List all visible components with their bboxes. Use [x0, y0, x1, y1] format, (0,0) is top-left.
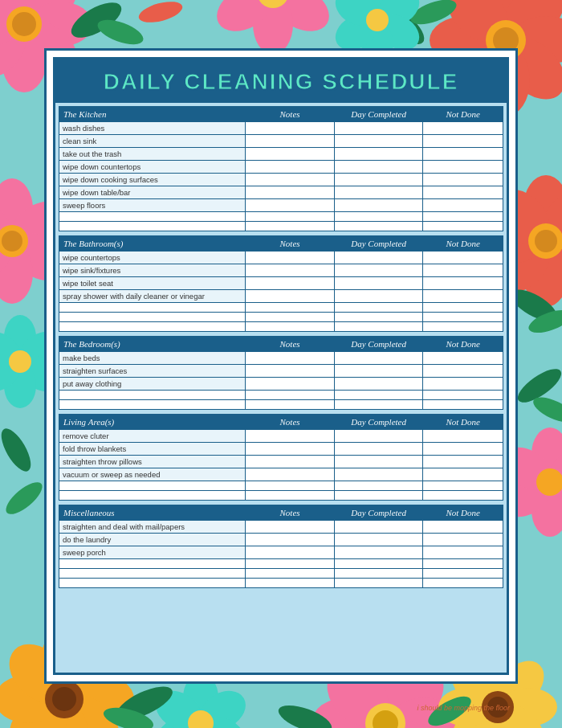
svg-point-109 — [149, 683, 208, 728]
task-notes[interactable] — [246, 443, 335, 456]
task-not-done[interactable] — [423, 443, 503, 456]
task-not-done[interactable] — [423, 199, 503, 212]
task-not-done[interactable] — [423, 252, 503, 264]
task-not-done[interactable] — [423, 264, 503, 277]
task-day-completed[interactable] — [334, 521, 423, 534]
task-notes[interactable] — [246, 365, 335, 378]
task-notes[interactable] — [246, 521, 335, 534]
task-notes[interactable] — [246, 186, 335, 199]
table-row: straighten and deal with mail/papers — [59, 521, 503, 534]
col-notes-header-bathrooms: Notes — [246, 236, 335, 252]
svg-point-105 — [193, 683, 253, 728]
task-not-done[interactable] — [423, 534, 503, 546]
task-day-completed[interactable] — [334, 148, 423, 161]
task-notes[interactable] — [246, 290, 335, 303]
task-day-completed[interactable] — [334, 546, 423, 559]
task-not-done[interactable] — [423, 352, 503, 365]
svg-point-113 — [275, 700, 336, 728]
task-notes[interactable] — [246, 161, 335, 174]
task-day-completed[interactable] — [334, 264, 423, 277]
section-header-living: Living Area(s) Notes Day Completed Not D… — [59, 415, 503, 430]
empty-row[interactable] — [59, 559, 503, 569]
svg-point-9 — [11, 0, 88, 37]
task-not-done[interactable] — [423, 456, 503, 468]
svg-point-55 — [4, 315, 36, 360]
task-day-completed[interactable] — [334, 352, 423, 365]
task-notes[interactable] — [246, 199, 335, 212]
task-notes[interactable] — [246, 456, 335, 468]
task-day-completed[interactable] — [334, 443, 423, 456]
empty-row[interactable] — [59, 222, 503, 231]
task-notes[interactable] — [246, 546, 335, 559]
task-day-completed[interactable] — [334, 161, 423, 174]
task-day-completed[interactable] — [334, 378, 423, 391]
task-notes[interactable] — [246, 534, 335, 546]
empty-row[interactable] — [59, 400, 503, 410]
svg-point-45 — [329, 0, 384, 33]
svg-point-118 — [542, 439, 562, 497]
task-not-done[interactable] — [423, 277, 503, 290]
task-label: straighten throw pillows — [59, 456, 246, 468]
table-row: wash dishes — [59, 122, 503, 135]
task-label: clean sink — [59, 135, 246, 148]
task-label: wipe down table/bar — [59, 186, 246, 199]
task-not-done[interactable] — [423, 135, 503, 148]
empty-row[interactable] — [59, 303, 503, 313]
task-not-done[interactable] — [423, 186, 503, 199]
task-not-done[interactable] — [423, 161, 503, 174]
task-notes[interactable] — [246, 148, 335, 161]
task-notes[interactable] — [246, 135, 335, 148]
task-not-done[interactable] — [423, 122, 503, 135]
svg-point-79 — [0, 684, 79, 728]
task-day-completed[interactable] — [334, 135, 423, 148]
task-day-completed[interactable] — [334, 290, 423, 303]
task-day-completed[interactable] — [334, 430, 423, 443]
empty-row[interactable] — [59, 579, 503, 588]
empty-row[interactable] — [59, 212, 503, 222]
svg-point-15 — [0, 0, 37, 37]
task-notes[interactable] — [246, 264, 335, 277]
svg-point-18 — [482, 0, 530, 36]
task-notes[interactable] — [246, 352, 335, 365]
task-day-completed[interactable] — [334, 365, 423, 378]
task-day-completed[interactable] — [334, 186, 423, 199]
task-notes[interactable] — [246, 174, 335, 186]
svg-point-70 — [528, 223, 562, 259]
empty-row[interactable] — [59, 481, 503, 491]
task-not-done[interactable] — [423, 378, 503, 391]
task-notes[interactable] — [246, 378, 335, 391]
task-not-done[interactable] — [423, 521, 503, 534]
empty-row[interactable] — [59, 322, 503, 332]
task-notes[interactable] — [246, 277, 335, 290]
svg-point-59 — [0, 349, 26, 399]
task-day-completed[interactable] — [334, 456, 423, 468]
empty-row[interactable] — [59, 391, 503, 400]
task-not-done[interactable] — [423, 174, 503, 186]
task-notes[interactable] — [246, 122, 335, 135]
empty-row[interactable] — [59, 491, 503, 501]
table-row: sweep porch — [59, 546, 503, 559]
main-document: DAILY CLEANING SCHEDULE The Kitchen Note… — [44, 48, 518, 684]
task-notes[interactable] — [246, 468, 335, 481]
task-not-done[interactable] — [423, 430, 503, 443]
task-day-completed[interactable] — [334, 122, 423, 135]
task-day-completed[interactable] — [334, 174, 423, 186]
svg-point-50 — [0, 243, 33, 304]
task-not-done[interactable] — [423, 546, 503, 559]
svg-point-4 — [22, 87, 26, 90]
svg-point-13 — [0, 11, 37, 88]
task-notes[interactable] — [246, 252, 335, 264]
task-day-completed[interactable] — [334, 199, 423, 212]
task-not-done[interactable] — [423, 290, 503, 303]
task-day-completed[interactable] — [334, 252, 423, 264]
task-not-done[interactable] — [423, 365, 503, 378]
empty-row[interactable] — [59, 569, 503, 579]
task-day-completed[interactable] — [334, 277, 423, 290]
task-not-done[interactable] — [423, 468, 503, 481]
empty-row[interactable] — [59, 313, 503, 322]
task-not-done[interactable] — [423, 148, 503, 161]
svg-point-78 — [40, 701, 88, 728]
task-notes[interactable] — [246, 430, 335, 443]
task-day-completed[interactable] — [334, 534, 423, 546]
task-day-completed[interactable] — [334, 468, 423, 481]
